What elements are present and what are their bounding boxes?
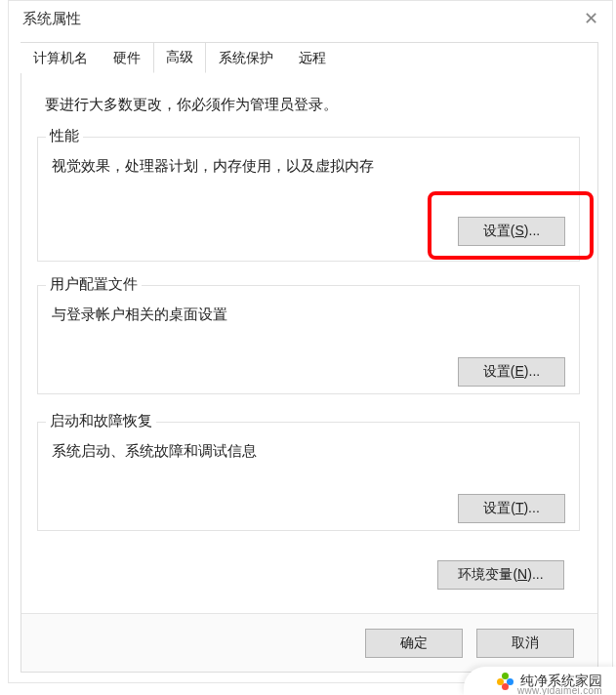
group-user-profiles-legend: 用户配置文件 — [46, 275, 142, 294]
performance-settings-button[interactable]: 设置(S)... — [458, 217, 565, 246]
window-title: 系统属性 — [22, 10, 81, 28]
dialog-footer: 确定 取消 — [21, 613, 597, 672]
watermark-url: www.yidaimei.com — [517, 685, 602, 695]
group-user-profiles: 用户配置文件 与登录帐户相关的桌面设置 设置(E)... — [37, 285, 580, 394]
group-startup-recovery: 启动和故障恢复 系统启动、系统故障和调试信息 设置(T)... — [37, 422, 580, 531]
system-properties-dialog: 系统属性 ✕ 计算机名 硬件 高级 系统保护 远程 要进行大多数更改，你必须作为… — [8, 0, 613, 683]
tab-hardware[interactable]: 硬件 — [101, 43, 153, 73]
button-label: 环境变量(N)... — [458, 566, 543, 584]
cancel-button[interactable]: 取消 — [476, 629, 574, 658]
tab-system-protection[interactable]: 系统保护 — [206, 43, 286, 73]
dialog-body: 计算机名 硬件 高级 系统保护 远程 要进行大多数更改，你必须作为管理员登录。 … — [21, 42, 598, 673]
button-label: 设置(S)... — [483, 223, 540, 240]
button-label: 设置(T)... — [483, 500, 540, 517]
user-profiles-settings-button[interactable]: 设置(E)... — [458, 357, 565, 387]
watermark: 纯净系统家园 www.yidaimei.com — [464, 667, 616, 695]
group-startup-recovery-desc: 系统启动、系统故障和调试信息 — [52, 442, 565, 461]
group-performance-legend: 性能 — [46, 127, 83, 145]
group-user-profiles-desc: 与登录帐户相关的桌面设置 — [52, 306, 565, 324]
group-performance-desc: 视觉效果，处理器计划，内存使用，以及虚拟内存 — [52, 157, 565, 176]
startup-recovery-settings-button[interactable]: 设置(T)... — [458, 494, 565, 523]
close-icon: ✕ — [584, 8, 598, 29]
admin-note: 要进行大多数更改，你必须作为管理员登录。 — [45, 96, 338, 114]
group-startup-recovery-legend: 启动和故障恢复 — [46, 412, 156, 430]
tab-computer-name[interactable]: 计算机名 — [21, 43, 101, 73]
tab-strip: 计算机名 硬件 高级 系统保护 远程 — [21, 42, 339, 73]
tab-advanced[interactable]: 高级 — [153, 42, 206, 73]
titlebar: 系统属性 ✕ — [9, 1, 612, 36]
group-performance: 性能 视觉效果，处理器计划，内存使用，以及虚拟内存 设置(S)... — [37, 137, 580, 262]
ok-button[interactable]: 确定 — [365, 629, 463, 658]
tab-remote[interactable]: 远程 — [286, 43, 339, 73]
watermark-logo-icon — [497, 673, 514, 690]
window-close-button[interactable]: ✕ — [577, 5, 604, 32]
environment-variables-button[interactable]: 环境变量(N)... — [437, 560, 564, 590]
button-label: 设置(E)... — [483, 363, 540, 381]
